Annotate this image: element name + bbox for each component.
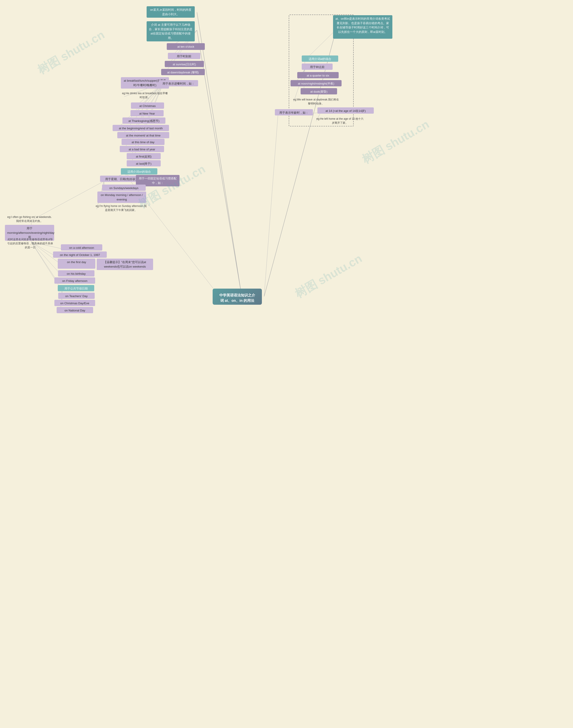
on-first-day-note: 【温馨提示】"在周末"您可以说at weekends也可以说on weekend… bbox=[97, 259, 153, 270]
on-fixed-phrases-text: 用于一些固定短语或习惯搭配中，如： bbox=[139, 177, 176, 184]
at-dusk-text: at dusk(黄昏) bbox=[310, 90, 327, 93]
on-christmas-day-text: on Christmas Day/Eve bbox=[60, 301, 89, 305]
at-occasions-right: 适用介词at的场合 bbox=[302, 55, 338, 62]
at-daybreak-example: eg:We will leave at daybreak.我们将在黎明时动身。 bbox=[291, 96, 342, 107]
on-public-holiday-text: 用于公共节假日期 bbox=[64, 287, 88, 290]
on-sundays-text: on Sundays/weekdays bbox=[109, 186, 138, 190]
on-sundays-node: on Sundays/weekdays bbox=[102, 184, 146, 191]
on-fishing-text: eg:I often go fishing on/ at weekends.我经… bbox=[7, 215, 52, 223]
at-daybreak-text: eg:We will leave at daybreak.我们将在黎明时动身。 bbox=[293, 98, 339, 105]
at-this-time-text: at this time of day bbox=[132, 141, 154, 144]
at-bad-time-node: at a bad time of year bbox=[120, 146, 164, 152]
on-night-oct-text: on the night of October 1, 1997 bbox=[60, 253, 100, 257]
on-first-day-node: on the first day bbox=[58, 259, 95, 269]
at-14-node: at 14 (=at the age of 14在14岁) bbox=[317, 107, 374, 114]
at-16-example: eg:He left home at the age of 16.他十六岁离开了… bbox=[313, 115, 367, 126]
right-intro-node: at、on和in是表示时间的常用介词各类考试屡见到影。也是孩子容易出错的考点。家… bbox=[333, 15, 393, 39]
at-16-text: eg:He left home at the age of 16.他十六岁离开了… bbox=[316, 117, 364, 124]
at-age-right: 用于表示年龄时，如： bbox=[275, 109, 313, 115]
center-node: 中学英语语法知识之介词 at、on、in 的用法 bbox=[213, 289, 262, 305]
intro-top-text: on某天,in某段时间，时间的跨度 是由小到大。 bbox=[150, 8, 191, 16]
at-noon-text: at noon/night/midnight(半夜) bbox=[298, 82, 334, 85]
at-breakfast-example: eg:He drinks tea at breakfast.他在早餐时饮茶。 bbox=[120, 90, 170, 101]
at-occasions-right-text: 适用介词at的场合 bbox=[309, 57, 331, 61]
at-moment-node: at the moment/ at that time bbox=[117, 132, 169, 138]
on-national-day-node: on National Day bbox=[57, 307, 93, 313]
at-last-text: at last(终于) bbox=[136, 162, 151, 165]
on-birthday-text: on his birthday bbox=[67, 272, 86, 275]
at-this-time-node: at this time of day bbox=[121, 139, 164, 145]
on-night-oct-node: on the night of October 1, 1997 bbox=[53, 251, 107, 258]
on-monday-example: eg:I'm flying home on Sunday afternoon.我… bbox=[93, 203, 149, 213]
on-occasions-label: 适用介词on的场合 bbox=[121, 168, 157, 174]
at-meal-label: 用于表示进餐时间，如： bbox=[159, 80, 198, 87]
on-fishing-example: eg:I often go fishing on/ at weekends.我经… bbox=[5, 214, 54, 224]
on-monday-text: on Monday morning / afternoon / evening bbox=[101, 193, 143, 201]
on-birthday-node: on his birthday bbox=[58, 270, 95, 277]
at-christmas-text: at Christmas bbox=[140, 104, 156, 108]
mind-map-container: 树图 shutu.cn 树图 shutu.cn 树图 shutu.cn 树图 s… bbox=[0, 0, 573, 728]
on-cold-label: 此时这类名词前多有修饰语或带有of等引起的后置修饰语，指具体的或不具体的某一日 bbox=[5, 236, 55, 251]
on-first-day-note-text: 【温馨提示】"在周末"您可以说at weekends也可以说on weekend… bbox=[104, 261, 146, 268]
at-dusk-node: at dusk(黄昏) bbox=[301, 88, 337, 95]
at-breakfast-example-text: eg:He drinks tea at breakfast.他在早餐时饮茶。 bbox=[122, 92, 168, 99]
at-new-year-text: at New Year bbox=[139, 112, 155, 115]
at-beginning-node: at the beginning/end of last month bbox=[113, 125, 169, 131]
watermark-3: 树图 shutu.cn bbox=[292, 251, 365, 302]
at-meal-text: 用于表示进餐时间，如： bbox=[162, 82, 195, 85]
on-first-day-text: on the first day bbox=[67, 261, 86, 264]
on-cold-afternoon-node: on a cold afternoon bbox=[61, 244, 102, 250]
intro-top-node: on某天,in某段时间，时间的跨度 是由小到大。 bbox=[147, 6, 195, 18]
at-first-text: at first(起初) bbox=[136, 155, 152, 158]
at-first-node: at first(起初) bbox=[127, 153, 161, 159]
at-clock-right: 用于钟点前 bbox=[302, 63, 332, 70]
at-thanksgiving-text: at Thanksgiving(感恩节) bbox=[128, 119, 159, 123]
at-time-text: 用于时刻前 bbox=[177, 55, 191, 58]
on-occasions-text: 适用介词on的场合 bbox=[127, 170, 151, 173]
on-cold-afternoon-text: on a cold afternoon bbox=[69, 246, 94, 249]
at-bad-time-text: at a bad time of year bbox=[129, 148, 155, 151]
at-dawn-node: at dawn/daybreak (黎明) bbox=[161, 69, 205, 75]
on-monday-example-text: eg:I'm flying home on Sunday afternoon.我… bbox=[96, 205, 146, 212]
on-christmas-day-node: on Christmas Day/Eve bbox=[54, 300, 95, 306]
on-teachers-day-node: on Teachers' Day bbox=[58, 293, 95, 299]
at-last-node: at last(终于) bbox=[127, 160, 161, 166]
watermark-1: 树图 shutu.cn bbox=[35, 27, 107, 78]
at-dawn-text: at dawn/daybreak (黎明) bbox=[167, 71, 199, 74]
right-intro-text: at、on和in是表示时间的常用介词各类考试屡见到影。也是孩子容易出错的考点。家… bbox=[335, 17, 390, 34]
at-quarter-text: at a quarter to six bbox=[307, 74, 329, 77]
at-time-label: 用于时刻前 bbox=[168, 53, 200, 59]
intro-at-node: 介词 at 主要可用于以下几种场合，家长需提醒孩子特别注意的是at在固定短语或习… bbox=[147, 21, 195, 41]
at-moment-text: at the moment/ at that time bbox=[126, 134, 161, 137]
on-public-holiday-label: 用于公共节假日期 bbox=[58, 285, 94, 291]
on-monday-node: on Monday morning / afternoon / evening bbox=[97, 191, 146, 203]
at-christmas-node: at Christmas bbox=[131, 103, 164, 109]
on-friday-node: on Friday afternoon bbox=[54, 277, 95, 284]
at-ten-node: at ten o'clock bbox=[167, 43, 205, 50]
at-ten-text: at ten o'clock bbox=[177, 45, 194, 48]
at-quarter-node: at a quarter to six bbox=[297, 72, 338, 78]
on-cold-text: 此时这类名词前多有修饰语或带有of等引起的后置修饰语，指具体的或不具体的某一日 bbox=[7, 238, 53, 249]
on-teachers-day-text: on Teachers' Day bbox=[65, 294, 88, 298]
at-beginning-text: at the beginning/end of last month bbox=[119, 127, 163, 130]
on-national-day-text: on National Day bbox=[64, 309, 85, 312]
at-sunrise-text: at sunrise(日出时) bbox=[172, 63, 196, 66]
at-thanksgiving-node: at Thanksgiving(感恩节) bbox=[122, 117, 165, 124]
at-sunrise-node: at sunrise(日出时) bbox=[165, 61, 204, 67]
svg-line-0 bbox=[197, 12, 242, 296]
on-friday-text: on Friday afternoon bbox=[62, 279, 88, 283]
at-14-text: at 14 (=at the age of 14在14岁) bbox=[325, 109, 366, 113]
center-title: 中学英语语法知识之介词 at、on、in 的用法 bbox=[219, 293, 255, 302]
at-age-right-text: 用于表示年龄时，如： bbox=[279, 111, 308, 114]
at-new-year-node: at New Year bbox=[131, 110, 164, 116]
intro-at-text: 介词 at 主要可用于以下几种场合，家长需提醒孩子特别注意的是at在固定短语或习… bbox=[149, 23, 193, 40]
svg-line-42 bbox=[264, 115, 278, 296]
watermark-4: 树图 shutu.cn bbox=[359, 117, 432, 168]
at-noon-node: at noon/night/midnight(半夜) bbox=[291, 80, 342, 87]
at-clock-right-text: 用于钟点前 bbox=[310, 65, 324, 69]
